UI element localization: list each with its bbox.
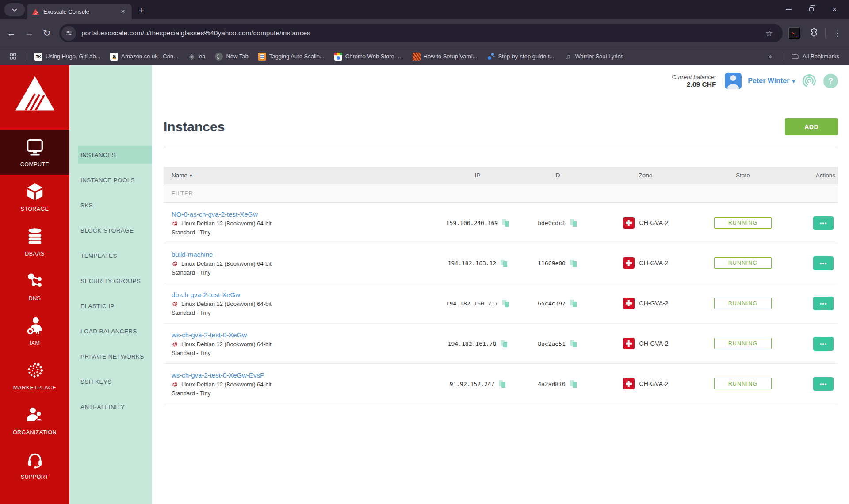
copy-icon[interactable]	[570, 340, 577, 347]
all-bookmarks-button[interactable]: All Bookmarks	[788, 51, 843, 62]
bookmarks-overflow-icon[interactable]: »	[764, 53, 776, 61]
row-actions-button[interactable]: •••	[813, 256, 834, 270]
help-icon[interactable]	[823, 74, 838, 88]
add-instance-button[interactable]: ADD	[785, 118, 838, 135]
instance-ip-cell: 194.182.163.12	[438, 260, 517, 267]
window-minimize-button[interactable]	[780, 4, 797, 15]
bookmark-item[interactable]: Warrior Soul Lyrics	[560, 51, 627, 62]
bookmark-favicon	[215, 53, 223, 61]
bookmark-star-icon[interactable]: ☆	[765, 28, 773, 38]
primary-nav-item[interactable]: DBAAS	[0, 219, 69, 264]
sort-desc-icon	[190, 172, 192, 179]
instance-name-link[interactable]: db-ch-gva-2-test-XeGw	[172, 291, 240, 298]
copy-icon[interactable]	[502, 219, 509, 227]
debian-icon	[172, 301, 178, 307]
bookmark-item[interactable]: Amazon.co.uk - Con...	[106, 51, 182, 62]
primary-nav-item[interactable]: ORGANIZATION	[0, 398, 69, 443]
instance-actions-cell: •••	[792, 377, 838, 391]
bookmark-item[interactable]: Chrome Web Store -...	[330, 51, 407, 62]
site-settings-icon[interactable]	[61, 26, 76, 41]
secondary-nav-item[interactable]: SKS	[69, 196, 152, 214]
instance-name-link[interactable]: build-machine	[172, 251, 213, 258]
copy-icon[interactable]	[501, 340, 507, 347]
bookmark-item[interactable]: ea	[184, 51, 209, 62]
instance-name-link[interactable]: ws-ch-gva-2-test-0-XeGw-EvsP	[172, 371, 264, 379]
secondary-nav-label: LOAD BALANCERS	[80, 328, 137, 335]
bookmark-favicon	[110, 53, 118, 61]
primary-nav-item[interactable]: COMPUTE	[0, 130, 69, 175]
instance-id-cell: 8ac2ae51	[517, 340, 597, 347]
url-text[interactable]: portal.exoscale.com/u/thespecialglasses%…	[81, 29, 760, 37]
secondary-nav-item[interactable]: ANTI-AFFINITY	[69, 398, 152, 416]
instance-id: 4a2ad8f0	[538, 381, 566, 387]
row-actions-button[interactable]: •••	[813, 377, 834, 391]
secondary-nav-item[interactable]: BLOCK STORAGE	[69, 221, 152, 239]
row-actions-button[interactable]: •••	[813, 216, 834, 230]
secondary-nav-item[interactable]: ELASTIC IP	[69, 297, 152, 315]
page-title: Instances	[164, 119, 225, 134]
column-header-actions: Actions	[792, 172, 838, 179]
bookmark-item[interactable]: How to Setup Varni...	[409, 51, 482, 62]
extensions-puzzle-icon[interactable]	[806, 24, 821, 42]
bookmark-item[interactable]: Using Hugo, GitLab...	[31, 51, 104, 62]
bookmark-item[interactable]: New Tab	[211, 51, 252, 62]
copy-icon[interactable]	[501, 260, 507, 267]
user-menu[interactable]: Peter Winter	[748, 77, 795, 85]
address-bar[interactable]: portal.exoscale.com/u/thespecialglasses%…	[59, 24, 783, 42]
instance-name-link[interactable]: ws-ch-gva-2-test-0-XeGw	[172, 331, 247, 339]
state-badge: RUNNING	[714, 338, 772, 349]
copy-icon[interactable]	[570, 380, 577, 388]
window-close-button[interactable]: ✕	[826, 4, 843, 15]
bookmark-favicon	[258, 53, 266, 61]
browser-menu-icon[interactable]: ⋮	[830, 29, 845, 38]
title-divider	[164, 147, 838, 147]
forward-button[interactable]: →	[20, 24, 38, 42]
window-restore-button[interactable]	[803, 4, 820, 15]
new-tab-button[interactable]: +	[134, 3, 149, 17]
primary-nav-item[interactable]: STORAGE	[0, 175, 69, 219]
instance-name-link[interactable]: NO-0-as-ch-gva-2-test-XeGw	[172, 210, 258, 218]
secondary-nav-item[interactable]: LOAD BALANCERS	[69, 322, 152, 340]
copy-icon[interactable]	[570, 300, 577, 307]
avatar[interactable]	[725, 73, 742, 89]
terminal-extension-icon[interactable]: >_	[788, 27, 800, 39]
primary-nav-item[interactable]: MARKETPLACE	[0, 353, 69, 398]
secondary-nav-item[interactable]: INSTANCE POOLS	[69, 171, 152, 189]
copy-icon[interactable]	[570, 219, 577, 227]
secondary-nav-item[interactable]: SSH KEYS	[69, 373, 152, 390]
back-button[interactable]: ←	[3, 24, 20, 42]
copy-icon[interactable]	[570, 260, 577, 267]
filter-input[interactable]	[172, 190, 348, 197]
primary-nav-label: COMPUTE	[20, 161, 49, 168]
copy-icon[interactable]	[502, 300, 509, 307]
swiss-flag-icon	[623, 298, 635, 309]
exoscale-logo[interactable]	[0, 65, 69, 130]
primary-nav-label: SUPPORT	[21, 474, 49, 480]
bookmark-label: Tagging Auto Scalin...	[269, 53, 325, 60]
bookmark-item[interactable]: Tagging Auto Scalin...	[254, 51, 329, 62]
apps-grid-icon[interactable]	[6, 50, 19, 63]
secondary-nav-item[interactable]: INSTANCES	[78, 146, 152, 164]
secondary-nav-item[interactable]: TEMPLATES	[69, 247, 152, 264]
bookmark-item[interactable]: Step-by-step guide t...	[483, 51, 558, 62]
instance-plan: Standard - Tiny	[172, 350, 438, 356]
row-actions-button[interactable]: •••	[813, 337, 834, 351]
copy-icon[interactable]	[499, 380, 505, 388]
bookmark-label: Amazon.co.uk - Con...	[121, 53, 178, 60]
secondary-nav-item[interactable]: PRIVATE NETWORKS	[69, 347, 152, 365]
instance-ip: 194.182.160.217	[446, 300, 498, 307]
primary-nav-item[interactable]: IAM	[0, 309, 69, 353]
instance-name-cell: ws-ch-gva-2-test-0-XeGw Linux Debian 12 …	[164, 331, 438, 356]
column-header-name[interactable]: Name	[164, 172, 438, 179]
instance-id: 11669e00	[538, 260, 566, 267]
tab-search-button[interactable]	[4, 3, 25, 16]
tab-close-icon[interactable]: ✕	[119, 7, 127, 16]
reload-button[interactable]: ↻	[38, 24, 56, 42]
status-radar-icon[interactable]	[801, 73, 817, 89]
browser-tab-exoscale[interactable]: Exoscale Console ✕	[27, 4, 132, 19]
row-actions-button[interactable]: •••	[813, 297, 834, 310]
secondary-nav-item[interactable]: SECURITY GROUPS	[69, 272, 152, 290]
primary-nav-item[interactable]: DNS	[0, 264, 69, 309]
primary-nav-item[interactable]: SUPPORT	[0, 443, 69, 487]
instance-plan: Standard - Tiny	[172, 229, 438, 236]
